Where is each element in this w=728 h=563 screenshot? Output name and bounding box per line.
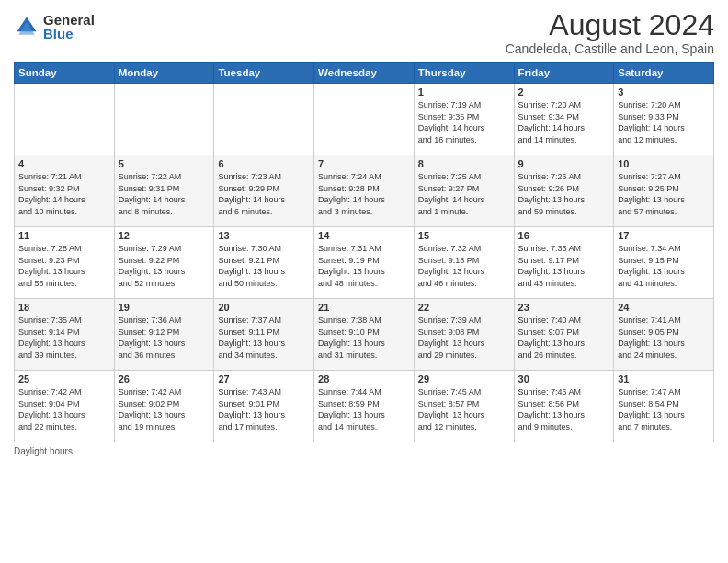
- day-number: 26: [119, 373, 210, 385]
- day-info: Sunrise: 7:25 AM Sunset: 9:27 PM Dayligh…: [418, 171, 510, 217]
- day-number: 30: [518, 373, 610, 385]
- day-info: Sunrise: 7:37 AM Sunset: 9:11 PM Dayligh…: [218, 315, 310, 361]
- day-info: Sunrise: 7:35 AM Sunset: 9:14 PM Dayligh…: [18, 315, 110, 361]
- day-number: 28: [318, 373, 410, 385]
- table-row: 13Sunrise: 7:30 AM Sunset: 9:21 PM Dayli…: [214, 227, 314, 299]
- day-info: Sunrise: 7:20 AM Sunset: 9:33 PM Dayligh…: [618, 99, 710, 145]
- day-number: 5: [119, 158, 210, 169]
- table-row: 30Sunrise: 7:46 AM Sunset: 8:56 PM Dayli…: [514, 371, 614, 442]
- table-row: 3Sunrise: 7:20 AM Sunset: 9:33 PM Daylig…: [614, 84, 714, 155]
- table-row: 26Sunrise: 7:42 AM Sunset: 9:02 PM Dayli…: [114, 371, 214, 442]
- day-info: Sunrise: 7:29 AM Sunset: 9:22 PM Dayligh…: [119, 243, 210, 289]
- table-row: 4Sunrise: 7:21 AM Sunset: 9:32 PM Daylig…: [15, 155, 115, 227]
- day-number: 29: [418, 373, 510, 385]
- day-info: Sunrise: 7:34 AM Sunset: 9:15 PM Dayligh…: [618, 243, 710, 289]
- table-row: 25Sunrise: 7:42 AM Sunset: 9:04 PM Dayli…: [15, 371, 115, 442]
- day-info: Sunrise: 7:27 AM Sunset: 9:25 PM Dayligh…: [618, 171, 710, 217]
- subtitle: Candeleda, Castille and Leon, Spain: [506, 41, 714, 56]
- day-number: 7: [318, 158, 410, 169]
- day-number: 3: [618, 86, 710, 98]
- table-row: 28Sunrise: 7:44 AM Sunset: 8:59 PM Dayli…: [314, 371, 415, 442]
- logo-text: General Blue: [43, 13, 95, 40]
- col-sunday: Sunday: [15, 63, 115, 84]
- day-number: 14: [318, 230, 410, 241]
- day-number: 1: [418, 86, 510, 98]
- day-info: Sunrise: 7:39 AM Sunset: 9:08 PM Dayligh…: [418, 315, 510, 361]
- main-title: August 2024: [506, 9, 714, 41]
- day-number: 18: [18, 302, 110, 313]
- logo-general-text: General: [43, 13, 95, 27]
- day-info: Sunrise: 7:19 AM Sunset: 9:35 PM Dayligh…: [418, 99, 510, 145]
- title-block: August 2024 Candeleda, Castille and Leon…: [506, 9, 714, 56]
- table-row: [114, 84, 214, 155]
- table-row: [214, 84, 314, 155]
- day-number: 15: [418, 230, 510, 241]
- table-row: 12Sunrise: 7:29 AM Sunset: 9:22 PM Dayli…: [114, 227, 214, 299]
- col-tuesday: Tuesday: [214, 63, 314, 84]
- day-number: 21: [318, 302, 410, 313]
- table-row: 11Sunrise: 7:28 AM Sunset: 9:23 PM Dayli…: [15, 227, 115, 299]
- day-info: Sunrise: 7:41 AM Sunset: 9:05 PM Dayligh…: [618, 315, 710, 361]
- day-info: Sunrise: 7:28 AM Sunset: 9:23 PM Dayligh…: [18, 243, 110, 289]
- table-row: [314, 84, 415, 155]
- day-number: 12: [119, 230, 210, 241]
- table-row: 15Sunrise: 7:32 AM Sunset: 9:18 PM Dayli…: [414, 227, 514, 299]
- logo-icon: [14, 14, 40, 40]
- day-info: Sunrise: 7:47 AM Sunset: 8:54 PM Dayligh…: [618, 386, 710, 432]
- day-number: 16: [518, 230, 610, 241]
- day-number: 6: [218, 158, 310, 169]
- day-number: 13: [218, 230, 310, 241]
- table-row: 10Sunrise: 7:27 AM Sunset: 9:25 PM Dayli…: [614, 155, 714, 227]
- day-info: Sunrise: 7:38 AM Sunset: 9:10 PM Dayligh…: [318, 315, 410, 361]
- day-number: 24: [618, 302, 710, 313]
- col-thursday: Thursday: [414, 63, 514, 84]
- day-number: 27: [218, 373, 310, 385]
- day-info: Sunrise: 7:31 AM Sunset: 9:19 PM Dayligh…: [318, 243, 410, 289]
- day-number: 25: [18, 373, 110, 385]
- table-row: [15, 84, 115, 155]
- col-wednesday: Wednesday: [314, 63, 415, 84]
- table-row: 5Sunrise: 7:22 AM Sunset: 9:31 PM Daylig…: [114, 155, 214, 227]
- day-info: Sunrise: 7:36 AM Sunset: 9:12 PM Dayligh…: [119, 315, 210, 361]
- day-info: Sunrise: 7:33 AM Sunset: 9:17 PM Dayligh…: [518, 243, 610, 289]
- table-row: 22Sunrise: 7:39 AM Sunset: 9:08 PM Dayli…: [414, 299, 514, 371]
- table-row: 27Sunrise: 7:43 AM Sunset: 9:01 PM Dayli…: [214, 371, 314, 442]
- header-row: Sunday Monday Tuesday Wednesday Thursday…: [15, 63, 714, 84]
- table-row: 24Sunrise: 7:41 AM Sunset: 9:05 PM Dayli…: [614, 299, 714, 371]
- table-row: 21Sunrise: 7:38 AM Sunset: 9:10 PM Dayli…: [314, 299, 415, 371]
- col-saturday: Saturday: [614, 63, 714, 84]
- day-info: Sunrise: 7:40 AM Sunset: 9:07 PM Dayligh…: [518, 315, 610, 361]
- table-row: 16Sunrise: 7:33 AM Sunset: 9:17 PM Dayli…: [514, 227, 614, 299]
- table-row: 14Sunrise: 7:31 AM Sunset: 9:19 PM Dayli…: [314, 227, 415, 299]
- table-row: 1Sunrise: 7:19 AM Sunset: 9:35 PM Daylig…: [414, 84, 514, 155]
- day-info: Sunrise: 7:21 AM Sunset: 9:32 PM Dayligh…: [18, 171, 110, 217]
- day-number: 8: [418, 158, 510, 169]
- day-info: Sunrise: 7:32 AM Sunset: 9:18 PM Dayligh…: [418, 243, 510, 289]
- day-number: 20: [218, 302, 310, 313]
- calendar-table: Sunday Monday Tuesday Wednesday Thursday…: [14, 62, 714, 442]
- day-number: 17: [618, 230, 710, 241]
- day-info: Sunrise: 7:26 AM Sunset: 9:26 PM Dayligh…: [518, 171, 610, 217]
- day-number: 23: [518, 302, 610, 313]
- day-info: Sunrise: 7:22 AM Sunset: 9:31 PM Dayligh…: [119, 171, 210, 217]
- day-number: 19: [119, 302, 210, 313]
- day-number: 31: [618, 373, 710, 385]
- logo-blue-text: Blue: [43, 27, 95, 40]
- day-info: Sunrise: 7:23 AM Sunset: 9:29 PM Dayligh…: [218, 171, 310, 217]
- table-row: 31Sunrise: 7:47 AM Sunset: 8:54 PM Dayli…: [614, 371, 714, 442]
- table-row: 8Sunrise: 7:25 AM Sunset: 9:27 PM Daylig…: [414, 155, 514, 227]
- day-info: Sunrise: 7:45 AM Sunset: 8:57 PM Dayligh…: [418, 386, 510, 432]
- page: General Blue August 2024 Candeleda, Cast…: [0, 0, 728, 563]
- table-row: 23Sunrise: 7:40 AM Sunset: 9:07 PM Dayli…: [514, 299, 614, 371]
- day-info: Sunrise: 7:43 AM Sunset: 9:01 PM Dayligh…: [218, 386, 310, 432]
- day-number: 22: [418, 302, 510, 313]
- day-info: Sunrise: 7:46 AM Sunset: 8:56 PM Dayligh…: [518, 386, 610, 432]
- day-info: Sunrise: 7:30 AM Sunset: 9:21 PM Dayligh…: [218, 243, 310, 289]
- table-row: 2Sunrise: 7:20 AM Sunset: 9:34 PM Daylig…: [514, 84, 614, 155]
- col-monday: Monday: [114, 63, 214, 84]
- day-number: 9: [518, 158, 610, 169]
- day-number: 4: [18, 158, 110, 169]
- table-row: 29Sunrise: 7:45 AM Sunset: 8:57 PM Dayli…: [414, 371, 514, 442]
- day-number: 2: [518, 86, 610, 98]
- table-row: 7Sunrise: 7:24 AM Sunset: 9:28 PM Daylig…: [314, 155, 415, 227]
